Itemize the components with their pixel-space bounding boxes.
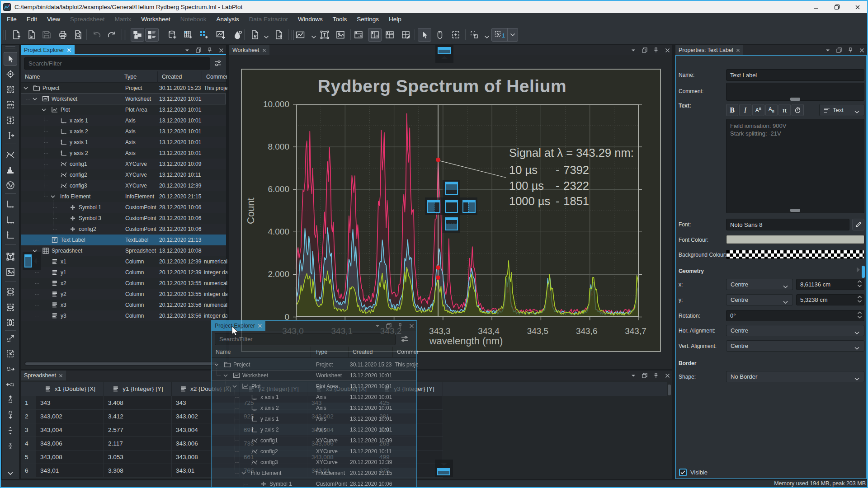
font-edit-button[interactable] <box>852 219 864 230</box>
dropdown-chevron-icon[interactable] <box>264 33 269 41</box>
new-worksheet-button[interactable] <box>214 28 227 42</box>
column-header-name[interactable]: Name <box>21 71 120 83</box>
tree-row-config2[interactable]: config2CustomPoint28.12.2020 10:06 <box>21 224 226 235</box>
symbol-button[interactable]: π <box>778 104 791 116</box>
dock-close-button[interactable] <box>664 372 671 379</box>
drop-indicator-right-icon[interactable] <box>462 200 476 213</box>
expand-chevron-icon[interactable] <box>241 471 246 475</box>
tree-row-x-axis-2[interactable]: x axis 2Axis13.12.2020 10:01 <box>21 126 226 137</box>
rotation-spinbox[interactable]: 0° <box>726 310 864 321</box>
tree-row-config3[interactable]: config3XYCurve20.12.2020 12:39 <box>212 457 416 468</box>
subscript-button[interactable]: AB <box>765 104 778 116</box>
tree-row-info-element[interactable]: Info ElementInfoElement20.12.2020 21:15 <box>21 191 226 202</box>
pointer-tool-button[interactable] <box>4 52 17 66</box>
spreadsheet-cell[interactable]: 3.408 <box>104 396 172 410</box>
tree-row-x1[interactable]: x1Column20.12.2020 12:39numerical <box>21 256 226 267</box>
tree-row-y2[interactable]: y2Column20.12.2020 13:55integer da <box>21 289 226 300</box>
zoom-one-button[interactable]: 1 <box>491 28 518 42</box>
tree-row-x3[interactable]: x3Column20.12.2020 13:56numerical <box>21 300 226 310</box>
custom-point-marker[interactable] <box>436 265 440 270</box>
scale-auto-y-button[interactable] <box>4 316 17 329</box>
font-field[interactable]: Noto Sans 8 <box>726 219 849 230</box>
open-project-button[interactable] <box>25 28 38 42</box>
filter-options-icon[interactable] <box>401 335 409 343</box>
import-button[interactable] <box>248 28 262 42</box>
spinbox-arrows[interactable] <box>857 311 862 319</box>
menu-file[interactable]: File <box>2 13 22 25</box>
drop-indicator-left-icon[interactable] <box>427 200 440 213</box>
tree-row-symbol-1[interactable]: Symbol 1CustomPoint28.12.2020 10:06 <box>21 202 226 213</box>
custom-point-marker[interactable] <box>436 158 440 162</box>
dropdown-chevron-icon[interactable] <box>508 33 518 37</box>
drop-indicator-center-icon[interactable] <box>445 200 458 213</box>
spinbox-arrows[interactable] <box>857 296 862 303</box>
vert-alignment-combo[interactable]: Centre <box>726 340 864 352</box>
italic-button[interactable]: I <box>739 104 751 116</box>
tab-close-icon[interactable] <box>258 324 262 328</box>
maximize-button[interactable] <box>826 1 847 13</box>
print-button[interactable] <box>56 28 70 42</box>
spreadsheet-cell[interactable]: 343,008 <box>36 450 104 464</box>
splitter-grip[interactable] <box>790 98 800 101</box>
expand-chevron-icon[interactable] <box>51 194 55 199</box>
spreadsheet-cell[interactable]: 3.308 <box>104 464 172 478</box>
tree-row-info-element[interactable]: Info ElementInfoElement20.12.2020 21:15 <box>212 468 416 479</box>
dock-menu-button[interactable] <box>824 47 831 54</box>
column-header-type[interactable]: Type <box>311 347 349 358</box>
name-field[interactable]: Text Label <box>726 69 864 81</box>
tab-project-explorer[interactable]: Project Explorer <box>21 45 75 55</box>
menu-edit[interactable]: Edit <box>22 13 42 25</box>
custom-point-marker[interactable] <box>436 275 440 280</box>
add-image-button[interactable] <box>334 28 347 42</box>
expand-chevron-icon[interactable] <box>214 362 219 367</box>
menu-spreadsheet[interactable]: Spreadsheet <box>65 13 110 25</box>
tree-row-config2[interactable]: config2XYCurve13.12.2020 10:11 <box>212 446 416 457</box>
dock-float-button[interactable] <box>385 322 392 329</box>
hor-alignment-combo[interactable]: Centre <box>726 325 864 336</box>
explorer-horizontal-scrollbar[interactable] <box>24 361 222 366</box>
zoom-out-button[interactable] <box>4 347 17 361</box>
drop-zone-bottom[interactable] <box>435 460 453 477</box>
new-workbook-button[interactable] <box>165 28 179 42</box>
color-theme-button[interactable] <box>231 28 245 42</box>
dock-pin-button[interactable] <box>396 322 404 329</box>
superscript-button[interactable]: AB <box>752 104 764 116</box>
splitter-grip[interactable] <box>790 209 800 212</box>
dock-close-button[interactable] <box>408 322 415 329</box>
shift-left-button[interactable] <box>4 377 17 391</box>
zoom-in-y-button[interactable] <box>4 424 17 437</box>
layout-vertical-button[interactable] <box>352 28 365 42</box>
zoom-out-y-button[interactable] <box>4 439 17 453</box>
print-preview-button[interactable] <box>71 28 85 42</box>
undo-button[interactable] <box>90 28 104 42</box>
add-axis-button[interactable] <box>4 197 17 211</box>
expand-chevron-icon[interactable] <box>223 373 228 378</box>
drop-indicator-bottom-icon[interactable] <box>445 217 458 230</box>
spreadsheet-cell[interactable]: 343,01 <box>36 464 104 478</box>
column-header-created[interactable]: Created <box>349 347 393 358</box>
tree-row-spreadsheet[interactable]: SpreadsheetSpreadsheet13.12.2020 10:08 <box>21 245 226 256</box>
menu-notebook[interactable]: Notebook <box>175 13 212 25</box>
tree-row-config1[interactable]: config1XYCurve13.12.2020 10:09 <box>21 159 226 169</box>
tree-row-project[interactable]: ProjectProject30.11.2020 15:23This proje <box>212 359 416 370</box>
text-editor[interactable]: Field ionisation: 900VStark splitting: -… <box>726 119 864 213</box>
menu-help[interactable]: Help <box>384 13 406 25</box>
project-explorer-toggle-button[interactable] <box>131 28 144 42</box>
add-image2-button[interactable] <box>4 265 17 279</box>
tree-row-plot[interactable]: PlotPlot Area13.12.2020 10:01 <box>212 381 416 392</box>
dock-float-button[interactable] <box>835 47 843 54</box>
drop-indicator-full-icon[interactable] <box>438 47 451 54</box>
drop-indicator-fulll-icon[interactable] <box>24 254 32 267</box>
close-button[interactable] <box>847 1 868 13</box>
column-header-comment[interactable]: Comment <box>202 71 227 83</box>
add-y-axis-button[interactable] <box>4 228 17 242</box>
tree-row-y1[interactable]: y1Column20.12.2020 12:39integer da <box>21 267 226 278</box>
expand-chevron-icon[interactable] <box>42 108 46 112</box>
add-curve-button[interactable] <box>4 148 17 161</box>
dropdown-chevron-icon[interactable] <box>311 33 316 41</box>
menu-view[interactable]: View <box>42 13 65 25</box>
shift-up-button[interactable] <box>4 393 17 406</box>
spreadsheet-cell[interactable]: 3.053 <box>104 450 172 464</box>
toolbar-handle[interactable] <box>124 30 126 40</box>
bold-button[interactable]: B <box>726 104 738 116</box>
